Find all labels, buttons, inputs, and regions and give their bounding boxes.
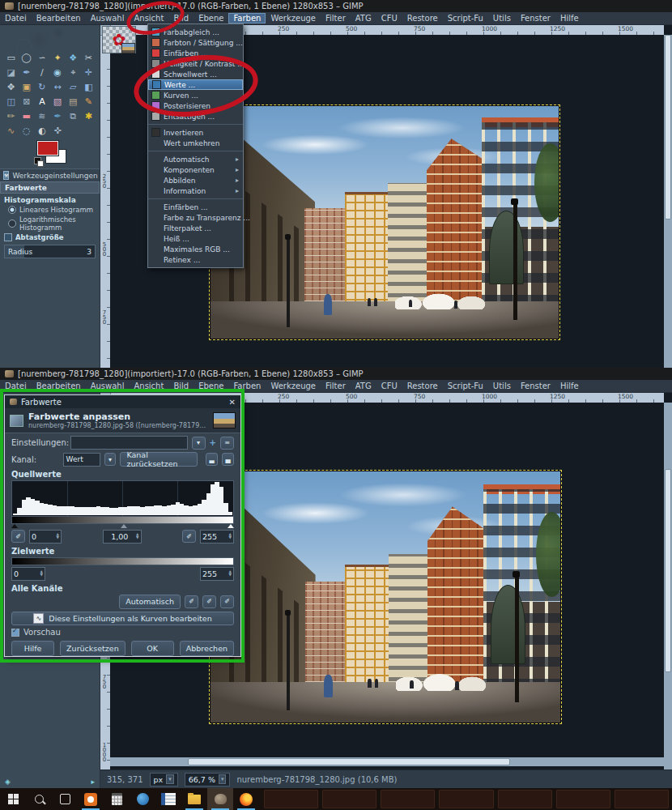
reset-channel-button[interactable]: Kanal zurücksetzen — [120, 452, 198, 467]
vertical-ruler[interactable]: 250500750 — [100, 35, 110, 368]
menu-bild[interactable]: Bild — [168, 381, 194, 391]
white-eyedropper-button[interactable]: ✐ — [182, 530, 196, 543]
smudge-tool[interactable]: ∿ — [3, 124, 19, 138]
alignment-tool[interactable]: ✥ — [3, 80, 19, 94]
taskbar-window-tile[interactable] — [615, 790, 669, 808]
paths-tool[interactable]: ✒ — [19, 66, 34, 79]
channel-dropdown-button[interactable]: ▾ — [104, 453, 117, 466]
measure-tool[interactable]: ⌖ — [66, 66, 81, 79]
taskbar-window-tile[interactable] — [264, 790, 318, 808]
move-tool[interactable]: ✛ — [81, 66, 96, 79]
menu-bild[interactable]: Bild — [168, 13, 194, 23]
auto-button[interactable]: Automatisch — [119, 595, 181, 609]
text-tool[interactable]: A — [34, 95, 49, 109]
menu-datei[interactable]: Datei — [0, 13, 32, 23]
clone-tool[interactable]: ▤ — [66, 95, 81, 109]
eraser-tool[interactable]: ▬ — [19, 109, 34, 123]
select-by-color-tool[interactable]: ❖ — [66, 51, 81, 65]
menu-bearbeiten[interactable]: Bearbeiten — [32, 13, 86, 23]
output-gradient[interactable] — [11, 557, 234, 565]
radius-slider[interactable]: Radius 3 — [4, 245, 96, 258]
vertical-scrollbar[interactable] — [664, 403, 672, 770]
free-select-tool[interactable]: ∽ — [34, 51, 49, 65]
menu-item-komponenten[interactable]: Komponenten▸ — [148, 164, 243, 175]
input-slider-marks[interactable] — [11, 524, 234, 527]
menu-hilfe[interactable]: Hilfe — [555, 381, 584, 391]
dock-right-button[interactable]: ▸ — [91, 778, 95, 786]
fuzzy-select-tool[interactable]: ✦ — [49, 51, 65, 65]
menu-fenster[interactable]: Fenster — [516, 381, 555, 391]
menu-item-retinex[interactable]: Retinex ... — [148, 254, 243, 265]
taskbar-file-explorer-button[interactable] — [181, 788, 207, 810]
taskbar-window-tile[interactable] — [381, 790, 435, 808]
menu-filter[interactable]: Filter — [321, 381, 351, 391]
pattern-stamp-tool[interactable]: ✱ — [81, 109, 96, 123]
channel-select[interactable]: Wert — [63, 453, 100, 467]
unit-combo[interactable]: px ▾ — [150, 773, 178, 787]
default-colors-icon[interactable] — [34, 157, 41, 164]
menu-cfu[interactable]: CFU — [376, 13, 402, 23]
dock-left-button[interactable]: ◈ — [5, 778, 11, 786]
radio-log-histogram[interactable]: Logarithmisches Histogramm — [0, 215, 100, 232]
menu-datei[interactable]: Datei — [0, 381, 32, 391]
menu-item-einfärben[interactable]: Einfärben ... — [148, 202, 243, 212]
menu-restore[interactable]: Restore — [402, 13, 443, 23]
dodge-burn-tool[interactable]: ◐ — [34, 124, 49, 138]
title-bar[interactable]: [nuremberg-781798_1280](importiert)-17.0… — [0, 0, 672, 12]
tool-options-tab[interactable]: ⚒ Werkzeugeinstellungen — [0, 168, 100, 181]
menu-filter[interactable]: Filter — [321, 13, 351, 23]
menu-item-schwellwert[interactable]: Schwellwert ... — [148, 69, 243, 79]
white-point-slider[interactable] — [228, 524, 234, 528]
heal-tool[interactable]: ▧ — [49, 95, 65, 109]
taskbar-word-button[interactable] — [155, 788, 181, 810]
scrollbar-thumb[interactable] — [665, 469, 671, 672]
edit-as-curves-button[interactable]: ∿ Diese Einstellungen als Kurven bearbei… — [11, 612, 234, 625]
ok-button[interactable]: OK — [131, 641, 174, 656]
blur-tool[interactable]: ◌ — [19, 124, 34, 138]
crop-tool[interactable]: ▣ — [19, 80, 34, 94]
input-gamma-spinner[interactable]: 1,00▲▼ — [103, 530, 142, 544]
preset-menu-button[interactable]: ≡ — [220, 437, 234, 450]
foreground-select-tool[interactable]: ◪ — [3, 66, 19, 79]
preview-checkbox[interactable]: Vorschau — [5, 625, 240, 637]
taskbar-window-tile[interactable] — [439, 790, 493, 808]
scissors-select-tool[interactable]: ✂ — [81, 51, 96, 65]
scrollbar-thumb[interactable] — [665, 35, 671, 220]
menu-item-wert-umkehren[interactable]: Wert umkehren — [148, 138, 243, 148]
output-low-spinner[interactable]: 0▲▼ — [11, 567, 45, 581]
menu-item-posterisieren[interactable]: Posterisieren — [148, 100, 243, 111]
reset-button[interactable]: Zurücksetzen — [60, 641, 125, 656]
menu-script-fu[interactable]: Script-Fu — [443, 13, 488, 23]
menu-item-werte[interactable]: Werte ... — [148, 79, 243, 90]
menu-farben[interactable]: Farben — [228, 381, 266, 391]
menu-ebene[interactable]: Ebene — [194, 13, 228, 23]
zoom-combo[interactable]: 66,7 % ▾ — [185, 773, 231, 787]
taskbar-window-tile[interactable] — [556, 790, 610, 808]
menu-cfu[interactable]: CFU — [376, 381, 402, 391]
menu-item-helligkeit-kontrast[interactable]: Helligkeit / Kontrast ... — [148, 58, 243, 69]
taskbar-gimp-button[interactable] — [207, 788, 233, 810]
gamma-slider[interactable] — [121, 524, 127, 528]
shear-tool[interactable]: ▱ — [66, 80, 81, 94]
ellipse-select-tool[interactable]: ◯ — [19, 51, 34, 65]
menu-utils[interactable]: Utils — [488, 381, 516, 391]
menu-restore[interactable]: Restore — [402, 381, 443, 391]
sample-size-checkbox[interactable]: Abtastgröße — [0, 232, 100, 242]
menu-ansicht[interactable]: Ansicht — [129, 381, 168, 391]
color-picker-tool[interactable]: ✜ — [49, 124, 65, 138]
rectangle-select-tool[interactable]: ▭ — [3, 51, 19, 65]
horizontal-scrollbar[interactable] — [110, 757, 664, 766]
menu-utils[interactable]: Utils — [488, 13, 516, 23]
black-eyedropper-button[interactable]: ✐ — [11, 530, 25, 543]
levels-histogram[interactable] — [11, 480, 234, 517]
foreground-color-swatch[interactable] — [37, 141, 58, 156]
menu-werkzeuge[interactable]: Werkzeuge — [266, 13, 321, 23]
pencil-tool[interactable]: ✎ — [81, 95, 96, 109]
taskbar-thunderbird-button[interactable] — [130, 788, 155, 810]
cage-transform-tool[interactable]: ⊠ — [19, 95, 34, 109]
title-bar[interactable]: [nuremberg-781798_1280](importiert)-17.0… — [0, 368, 672, 380]
ink-tool[interactable]: ✒ — [49, 109, 65, 123]
menu-item-invertieren[interactable]: Invertieren — [148, 127, 243, 138]
menu-script-fu[interactable]: Script-Fu — [443, 381, 488, 391]
zoom-tool[interactable]: ◉ — [49, 66, 65, 79]
